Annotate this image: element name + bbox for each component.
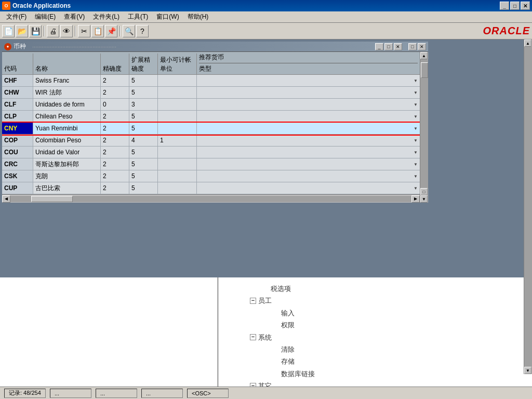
cell-code[interactable]: CUP [2, 182, 33, 194]
cell-name[interactable]: Chilean Peso [33, 111, 101, 122]
cell-type[interactable]: ▼ [197, 182, 420, 194]
tool-open[interactable]: 📂 [16, 25, 28, 37]
cell-code[interactable]: COU [2, 147, 33, 158]
cell-min-acct[interactable]: 1 [158, 135, 197, 146]
table-row[interactable]: CUP 古巴比索 2 5 ▼ [2, 182, 420, 194]
cell-name[interactable]: 克朗 [33, 170, 101, 182]
cell-precision[interactable]: 2 [101, 147, 129, 158]
main-scroll-down[interactable]: ▼ [524, 367, 531, 374]
cell-code[interactable]: COP [2, 135, 33, 146]
cell-ext-precision[interactable]: 5 [129, 147, 158, 158]
scroll-resize[interactable]: □ [420, 188, 428, 195]
menu-window[interactable]: 窗口(W) [152, 11, 183, 22]
cell-type[interactable]: ▼ [197, 87, 420, 98]
cell-ext-precision[interactable]: 5 [129, 75, 158, 86]
cell-precision[interactable]: 2 [101, 75, 129, 86]
minimize-button[interactable]: _ [500, 2, 509, 10]
cell-ext-precision[interactable]: 5 [129, 170, 158, 182]
cell-code[interactable]: CLF [2, 99, 33, 110]
maximize-button[interactable]: □ [510, 2, 520, 10]
cell-code[interactable]: CSK [2, 170, 33, 182]
cell-precision[interactable]: 2 [101, 170, 129, 182]
scroll-down[interactable]: ▼ [420, 195, 428, 203]
cell-name[interactable]: Yuan Renminbi [33, 123, 101, 134]
cell-min-acct[interactable] [158, 147, 197, 158]
cell-name[interactable]: Unidades de form [33, 99, 101, 110]
table-row[interactable]: CSK 克朗 2 5 ▼ [2, 170, 420, 182]
tool-save[interactable]: 💾 [29, 25, 42, 37]
menu-folder[interactable]: 文件夹(L) [89, 11, 124, 22]
cell-name[interactable]: Swiss Franc [33, 75, 101, 86]
main-scrollbar[interactable]: ▲ ▼ [524, 39, 532, 374]
table-row[interactable]: CLP Chilean Peso 2 5 ▼ [2, 111, 420, 123]
cell-precision[interactable]: 2 [101, 87, 129, 98]
tool-help[interactable]: ? [136, 25, 149, 37]
cell-ext-precision[interactable]: 3 [129, 99, 158, 110]
h-scroll-thumb[interactable] [31, 196, 73, 202]
table-row[interactable]: CHW WIR 法郎 2 5 ▼ [2, 87, 420, 99]
cell-min-acct[interactable] [158, 182, 197, 194]
cell-precision[interactable]: 2 [101, 135, 129, 146]
tool-copy[interactable]: 📋 [91, 25, 104, 37]
window-controls[interactable]: _ □ ✕ [500, 2, 530, 10]
cell-type[interactable]: ▼ [197, 170, 420, 182]
menu-view[interactable]: 查看(V) [60, 11, 89, 22]
cell-name[interactable]: WIR 法郎 [33, 87, 101, 98]
cell-min-acct[interactable] [158, 75, 197, 86]
cell-code[interactable]: CLP [2, 111, 33, 122]
cell-min-acct[interactable] [158, 123, 197, 134]
horizontal-scrollbar[interactable]: ◀ ▶ [2, 194, 420, 203]
cell-precision[interactable]: 2 [101, 123, 129, 134]
cell-type[interactable]: ▼ [197, 111, 420, 122]
cell-type[interactable]: ▼ [197, 147, 420, 158]
tool-print[interactable]: 🖨 [47, 25, 59, 37]
cell-ext-precision[interactable]: 5 [129, 123, 158, 134]
tree-item-employee[interactable]: − 员工 [229, 295, 426, 307]
tool-cut[interactable]: ✂ [78, 25, 90, 37]
cell-precision[interactable]: 0 [101, 99, 129, 110]
tool-new[interactable]: 📄 [2, 25, 15, 37]
table-row[interactable]: COU Unidad de Valor 2 5 ▼ [2, 147, 420, 158]
tree-collapse-system[interactable]: − [250, 334, 256, 340]
cell-name[interactable]: Unidad de Valor [33, 147, 101, 158]
dialog-close2[interactable]: ✕ [418, 43, 426, 50]
cell-precision[interactable]: 2 [101, 158, 129, 170]
cell-type[interactable]: ▼ [197, 75, 420, 86]
cell-ext-precision[interactable]: 5 [129, 182, 158, 194]
h-scroll-right[interactable]: ▶ [411, 195, 420, 203]
tree-collapse-employee[interactable]: − [250, 298, 256, 304]
dialog-maximize[interactable]: □ [384, 43, 393, 50]
h-scroll-left[interactable]: ◀ [2, 195, 10, 203]
cell-type[interactable]: ▼ [197, 123, 420, 134]
table-row[interactable]: COP Colombian Peso 2 4 1 ▼ [2, 135, 420, 147]
cell-precision[interactable]: 2 [101, 182, 129, 194]
table-row[interactable]: CHF Swiss Franc 2 5 ▼ [2, 75, 420, 87]
cell-min-acct[interactable] [158, 170, 197, 182]
status-btn3[interactable]: ... [141, 389, 183, 398]
main-scroll-up[interactable]: ▲ [524, 39, 531, 47]
status-btn1[interactable]: ... [50, 389, 91, 398]
cell-type[interactable]: ▼ [197, 99, 420, 110]
dialog-restore[interactable]: □ [408, 43, 417, 50]
cell-code[interactable]: CRC [2, 158, 33, 170]
cell-precision[interactable]: 2 [101, 111, 129, 122]
cell-code[interactable]: CNY [2, 123, 33, 134]
menu-help[interactable]: 帮助(H) [183, 11, 213, 22]
tree-item-system[interactable]: − 系统 [229, 331, 426, 343]
vertical-scrollbar[interactable]: ▲ □ ▼ [420, 52, 428, 203]
cell-ext-precision[interactable]: 4 [129, 135, 158, 146]
cell-min-acct[interactable] [158, 99, 197, 110]
tool-preview[interactable]: 👁 [60, 25, 73, 37]
menu-tools[interactable]: 工具(T) [124, 11, 152, 22]
dialog-minimize[interactable]: _ [375, 43, 383, 50]
cell-min-acct[interactable] [158, 87, 197, 98]
cell-type[interactable]: ▼ [197, 158, 420, 170]
table-row[interactable]: CNY Yuan Renminbi 2 5 ▼ [2, 123, 420, 135]
dialog-controls[interactable]: _ □ ✕ □ ✕ [375, 43, 426, 50]
cell-ext-precision[interactable]: 5 [129, 158, 158, 170]
scroll-thumb[interactable] [421, 62, 428, 78]
cell-code[interactable]: CHW [2, 87, 33, 98]
tool-paste[interactable]: 📌 [105, 25, 117, 37]
status-btn2[interactable]: ... [96, 389, 137, 398]
menu-edit[interactable]: 编辑(E) [31, 11, 60, 22]
